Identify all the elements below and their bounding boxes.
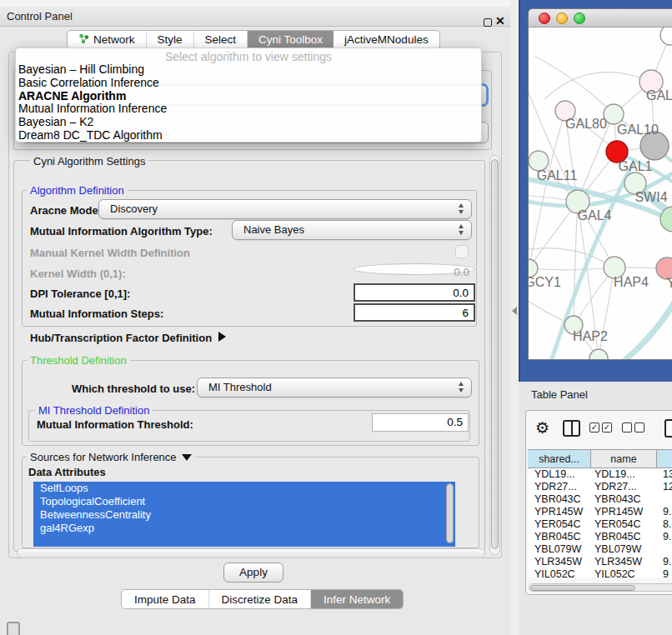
tab-network[interactable]: Network [68,31,147,48]
tab-label: Infer Network [323,593,390,606]
table-row[interactable]: YPR145WYPR145W9. [528,506,672,518]
select-all-checkbox-icon[interactable]: ✓ [589,422,599,432]
mi-steps-field[interactable]: 6 [354,303,475,322]
table-cell: YBR045C [594,531,641,543]
float-window-icon[interactable] [484,18,492,27]
dropdown-item[interactable]: Bayesian – Hill Climbing [16,63,481,77]
dropdown-item-selected[interactable]: ARACNE Algorithm [16,90,481,103]
network-canvas[interactable]: GALGAL80GAL10GAL1GAL11SWI4GAL4GCY1HAP4YH… [529,28,672,360]
network-edge-highlighted[interactable] [606,288,672,360]
tab-discretize-data[interactable]: Discretize Data [209,590,312,608]
network-node[interactable] [660,28,672,45]
table-row[interactable]: YIL052CYIL052C9 [528,568,672,578]
deselect-checkbox-icon[interactable] [622,422,632,432]
tab-label: Style [158,33,183,46]
panel-divider[interactable] [510,0,519,635]
divider-collapse-icon[interactable] [512,307,517,315]
table-cell: 9. [663,506,671,518]
attribute-item-selected[interactable]: SelfLoops [33,482,455,495]
select-all-checkbox-icon-2[interactable]: ✓ [602,422,612,432]
scrollbar-thumb[interactable] [491,159,499,549]
tab-label: Network [93,33,135,46]
function-builder-icon[interactable] [664,419,672,438]
network-node[interactable] [589,349,608,360]
tab-style[interactable]: Style [147,31,194,48]
mi-type-combobox[interactable]: Naive Bayes [232,220,472,240]
aracne-mode-label: Aracne Mode: [30,204,102,217]
table-row[interactable]: YBL079WYBL079W [528,543,672,556]
table-row[interactable]: YER054CYER054C8. [528,518,672,531]
list-scrollbar-thumb[interactable] [446,483,454,543]
sources-toggle[interactable]: Sources for Network Inference [27,451,195,463]
column-header-shared-name[interactable]: shared... [528,450,591,468]
panel-grip-icon[interactable] [7,622,20,635]
zoom-traffic-light-icon[interactable] [574,12,585,24]
attribute-item-selected[interactable]: BetweennessCentrality [33,508,455,522]
algorithm-dropdown-popup: Select algorithm to view settings Bayesi… [15,48,482,142]
table-hscrollbar[interactable] [529,583,672,592]
column-header-name[interactable]: name [591,450,657,468]
dpi-tolerance-field[interactable]: 0.0 [354,283,475,302]
hscrollbar-thumb[interactable] [530,585,635,591]
attribute-item-selected[interactable]: gal4RGexp [33,522,455,535]
which-threshold-combobox[interactable]: MI Threshold [197,378,472,398]
table-cell: 9. [663,531,671,543]
close-traffic-light-icon[interactable] [539,12,550,24]
node-label: GAL1 [619,159,653,173]
hub-section-toggle[interactable]: Hub/Transcription Factor Definition [30,332,226,344]
table-cell: YER054C [594,518,641,531]
panel-top-strip [0,0,510,7]
node-label: GCY1 [529,275,561,289]
kernel-width-field[interactable]: 0.0 [354,263,475,275]
aracne-mode-combobox[interactable]: Discovery [98,199,472,219]
deselect-checkbox-icon-2[interactable] [634,422,644,432]
split-view-icon[interactable] [563,420,580,437]
attribute-item-selected[interactable]: TopologicalCoefficient [33,495,455,508]
table-cell: YDR27... [534,481,577,493]
apply-button[interactable]: Apply [223,562,283,582]
close-icon[interactable]: ✕ [495,14,505,28]
which-threshold-label: Which threshold to use: [72,382,195,395]
gear-icon[interactable]: ⚙ [535,418,549,438]
table-cell: YBR043C [594,493,641,506]
table-row[interactable]: YLR345WYLR345W9. [528,556,672,568]
tab-infer-network[interactable]: Infer Network [311,590,403,608]
table-cell: YDL19... [594,468,635,481]
tab-cyni-toolbox[interactable]: Cyni Toolbox [248,31,333,48]
table-row[interactable]: YBR045CYBR045C9. [528,531,672,543]
dropdown-item[interactable]: Bayesian – K2 [16,116,481,129]
table-row[interactable]: YBR043CYBR043C [528,493,672,506]
dropdown-item[interactable]: Mutual Information Inference [16,102,481,116]
node-label: GAL [646,88,672,102]
node-label: HAP2 [573,329,608,343]
table-row[interactable]: YDR27...YDR27...12 [528,481,672,493]
group-title: Sources for Network Inference [30,451,177,463]
tab-jactivemnodules[interactable]: jActiveMNodules [333,31,439,48]
network-edge[interactable] [599,268,614,358]
tab-select[interactable]: Select [194,31,248,48]
network-window-titlebar[interactable] [529,9,672,28]
table-row[interactable]: YDL19...YDL19...13 [528,468,672,481]
mi-threshold-field[interactable]: 0.5 [372,413,469,432]
network-edge[interactable] [529,268,614,270]
table-cell: YBL079W [594,543,641,556]
tab-impute-data[interactable]: Impute Data [122,590,209,608]
table-cell: YBR043C [534,493,581,506]
dropdown-item[interactable]: Basic Correlation Inference [16,77,481,90]
table-cell: YDL19... [534,468,575,481]
minimize-traffic-light-icon[interactable] [556,12,568,24]
horizontal-scrollbar[interactable] [17,548,485,558]
settings-scrollbar[interactable] [489,155,500,555]
column-header-partial[interactable] [657,450,672,468]
node-label: GAL4 [578,208,612,222]
group-title: Threshold Definition [27,354,130,367]
table-cell: 9. [663,556,671,568]
dropdown-item[interactable]: Dream8 DC_TDC Algorithm [16,129,481,142]
manual-kernel-label: Manual Kernel Width Definition [30,247,190,259]
mi-steps-label: Mutual Information Steps: [30,308,163,320]
table-cell: YIL052C [534,568,575,578]
tab-label: Impute Data [134,593,196,606]
group-title: MI Threshold Definition [35,404,153,417]
manual-kernel-checkbox[interactable] [455,245,469,258]
table-header-row: shared... name [528,449,672,468]
